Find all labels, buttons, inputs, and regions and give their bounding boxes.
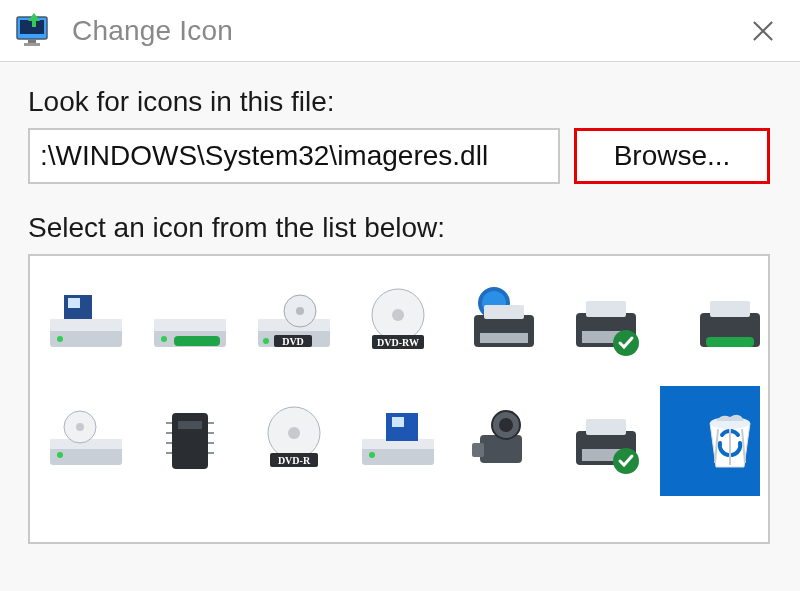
drive-green-bar-icon[interactable] [140, 268, 240, 378]
icon-grid: DVD DVD-RW [36, 268, 762, 544]
icon-partial-3[interactable] [244, 504, 344, 544]
floppy-drive-icon[interactable] [36, 268, 136, 378]
svg-rect-59 [480, 435, 522, 463]
floppy-drive-blue-icon[interactable] [348, 386, 448, 496]
svg-rect-2 [28, 39, 36, 43]
printer-default-icon[interactable] [556, 386, 656, 496]
optical-drive-icon[interactable] [36, 386, 136, 496]
svg-point-16 [296, 307, 304, 315]
dvd-r-disc-icon[interactable]: DVD-R [244, 386, 344, 496]
browse-button[interactable]: Browse... [574, 128, 770, 184]
chip-icon[interactable] [140, 386, 240, 496]
svg-rect-34 [706, 337, 754, 347]
recycle-bin-full-icon[interactable] [660, 386, 760, 496]
icon-partial-7[interactable] [660, 504, 760, 544]
icon-list-label: Select an icon from the list below: [28, 212, 770, 244]
svg-point-58 [369, 452, 375, 458]
svg-rect-3 [24, 43, 40, 46]
svg-rect-57 [392, 417, 404, 427]
network-printer-icon[interactable] [452, 268, 552, 378]
svg-point-19 [263, 338, 269, 344]
printer-green-bar-icon[interactable] [660, 268, 760, 378]
svg-rect-10 [154, 319, 226, 331]
icon-list: DVD DVD-RW [28, 254, 770, 544]
svg-point-12 [161, 336, 167, 342]
svg-text:DVD: DVD [282, 336, 304, 347]
camcorder-icon[interactable] [452, 386, 552, 496]
svg-text:DVD-RW: DVD-RW [377, 337, 419, 348]
svg-point-8 [57, 336, 63, 342]
dialog-content: Look for icons in this file: Browse... S… [0, 62, 800, 591]
printer-check-icon[interactable] [556, 268, 656, 378]
icon-partial-4[interactable] [348, 504, 448, 544]
svg-rect-7 [68, 298, 80, 308]
close-button[interactable] [740, 8, 786, 54]
svg-point-62 [499, 418, 513, 432]
file-path-label: Look for icons in this file: [28, 86, 770, 118]
svg-point-21 [392, 309, 404, 321]
svg-rect-5 [50, 319, 122, 331]
display-settings-icon [14, 11, 54, 51]
dvd-drive-icon[interactable]: DVD [244, 268, 344, 378]
dvd-rw-disc-icon[interactable]: DVD-RW [348, 268, 448, 378]
icon-partial-2[interactable] [140, 504, 240, 544]
svg-rect-27 [480, 333, 528, 343]
svg-point-38 [76, 423, 84, 431]
icon-partial-1[interactable] [36, 504, 136, 544]
svg-rect-41 [178, 421, 202, 429]
titlebar: Change Icon [0, 0, 800, 62]
window-title: Change Icon [72, 15, 740, 47]
svg-rect-60 [472, 443, 484, 457]
svg-text:DVD-R: DVD-R [278, 455, 311, 466]
icon-partial-6[interactable] [556, 504, 656, 544]
svg-rect-11 [174, 336, 220, 346]
file-row: Browse... [28, 128, 770, 184]
file-path-input[interactable] [28, 128, 560, 184]
svg-rect-26 [484, 305, 524, 319]
svg-rect-33 [710, 301, 750, 317]
svg-point-51 [288, 427, 300, 439]
svg-rect-64 [586, 419, 626, 435]
svg-point-39 [57, 452, 63, 458]
icon-partial-5[interactable] [452, 504, 552, 544]
svg-rect-29 [586, 301, 626, 317]
